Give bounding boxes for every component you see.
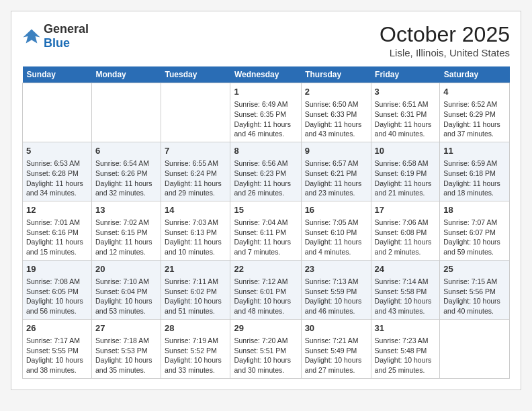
calendar-cell: 16Sunrise: 7:05 AM Sunset: 6:10 PM Dayli… [301,201,371,260]
location-text: Lisle, Illinois, United States [380,47,510,58]
day-number: 13 [95,204,157,216]
day-info: Sunrise: 7:13 AM Sunset: 5:59 PM Dayligh… [305,277,367,316]
weekday-header-monday: Monday [91,66,161,83]
day-info: Sunrise: 7:07 AM Sunset: 6:07 PM Dayligh… [443,218,506,257]
calendar-table: SundayMondayTuesdayWednesdayThursdayFrid… [22,66,510,379]
day-number: 4 [443,86,506,98]
calendar-week-row: 26Sunrise: 7:17 AM Sunset: 5:55 PM Dayli… [23,319,510,378]
day-info: Sunrise: 6:55 AM Sunset: 6:24 PM Dayligh… [165,158,226,198]
day-info: Sunrise: 6:50 AM Sunset: 6:33 PM Dayligh… [305,99,367,139]
day-info: Sunrise: 7:01 AM Sunset: 6:16 PM Dayligh… [26,218,88,257]
logo-bird-icon [22,27,41,46]
month-title: October 2025 [380,22,510,47]
day-info: Sunrise: 7:08 AM Sunset: 6:05 PM Dayligh… [26,277,88,316]
day-info: Sunrise: 7:10 AM Sunset: 6:04 PM Dayligh… [95,277,157,316]
day-number: 31 [375,322,437,334]
day-number: 26 [26,322,88,334]
day-info: Sunrise: 7:11 AM Sunset: 6:02 PM Dayligh… [165,277,226,316]
day-number: 18 [443,204,506,216]
day-number: 12 [26,204,88,216]
calendar-week-row: 12Sunrise: 7:01 AM Sunset: 6:16 PM Dayli… [23,201,510,260]
calendar-cell: 5Sunrise: 6:53 AM Sunset: 6:28 PM Daylig… [23,142,92,201]
day-number: 22 [234,263,297,275]
calendar-cell [23,83,92,142]
day-info: Sunrise: 7:04 AM Sunset: 6:11 PM Dayligh… [234,218,297,257]
day-info: Sunrise: 7:15 AM Sunset: 5:56 PM Dayligh… [443,277,506,316]
day-info: Sunrise: 7:17 AM Sunset: 5:55 PM Dayligh… [26,336,88,375]
day-info: Sunrise: 7:05 AM Sunset: 6:10 PM Dayligh… [305,218,367,257]
weekday-header-row: SundayMondayTuesdayWednesdayThursdayFrid… [23,66,510,83]
day-number: 20 [95,263,157,275]
calendar-header: General Blue October 2025 Lisle, Illinoi… [22,22,510,58]
day-number: 19 [26,263,88,275]
day-info: Sunrise: 7:23 AM Sunset: 5:48 PM Dayligh… [375,336,437,375]
day-info: Sunrise: 6:54 AM Sunset: 6:26 PM Dayligh… [95,158,157,198]
day-number: 5 [26,145,88,157]
day-number: 15 [234,204,297,216]
day-info: Sunrise: 7:21 AM Sunset: 5:49 PM Dayligh… [305,336,367,375]
calendar-cell: 14Sunrise: 7:03 AM Sunset: 6:13 PM Dayli… [161,201,230,260]
day-number: 30 [305,322,367,334]
day-info: Sunrise: 6:58 AM Sunset: 6:19 PM Dayligh… [375,158,437,198]
day-number: 16 [305,204,367,216]
weekday-header-sunday: Sunday [23,66,92,83]
weekday-header-friday: Friday [371,66,440,83]
day-number: 8 [234,145,297,157]
calendar-cell: 6Sunrise: 6:54 AM Sunset: 6:26 PM Daylig… [91,142,161,201]
weekday-header-wednesday: Wednesday [230,66,301,83]
calendar-container: General Blue October 2025 Lisle, Illinoi… [11,11,521,390]
calendar-cell: 30Sunrise: 7:21 AM Sunset: 5:49 PM Dayli… [301,319,371,378]
day-number: 11 [443,145,506,157]
day-number: 2 [305,86,367,98]
day-number: 29 [234,322,297,334]
day-info: Sunrise: 7:18 AM Sunset: 5:53 PM Dayligh… [95,336,157,375]
day-number: 7 [165,145,226,157]
calendar-cell: 7Sunrise: 6:55 AM Sunset: 6:24 PM Daylig… [161,142,230,201]
day-number: 27 [95,322,157,334]
calendar-cell: 21Sunrise: 7:11 AM Sunset: 6:02 PM Dayli… [161,260,230,319]
calendar-cell: 12Sunrise: 7:01 AM Sunset: 6:16 PM Dayli… [23,201,92,260]
svg-marker-0 [23,30,40,44]
day-number: 1 [234,86,297,98]
day-info: Sunrise: 7:06 AM Sunset: 6:08 PM Dayligh… [375,218,437,257]
calendar-cell: 10Sunrise: 6:58 AM Sunset: 6:19 PM Dayli… [371,142,440,201]
calendar-cell: 18Sunrise: 7:07 AM Sunset: 6:07 PM Dayli… [440,201,510,260]
calendar-cell: 23Sunrise: 7:13 AM Sunset: 5:59 PM Dayli… [301,260,371,319]
title-block: October 2025 Lisle, Illinois, United Sta… [380,22,510,58]
day-number: 14 [165,204,226,216]
calendar-cell: 2Sunrise: 6:50 AM Sunset: 6:33 PM Daylig… [301,83,371,142]
calendar-week-row: 5Sunrise: 6:53 AM Sunset: 6:28 PM Daylig… [23,142,510,201]
calendar-cell: 28Sunrise: 7:19 AM Sunset: 5:52 PM Dayli… [161,319,230,378]
day-info: Sunrise: 7:12 AM Sunset: 6:01 PM Dayligh… [234,277,297,316]
day-info: Sunrise: 7:19 AM Sunset: 5:52 PM Dayligh… [165,336,226,375]
calendar-cell: 31Sunrise: 7:23 AM Sunset: 5:48 PM Dayli… [371,319,440,378]
calendar-cell: 8Sunrise: 6:56 AM Sunset: 6:23 PM Daylig… [230,142,301,201]
weekday-header-tuesday: Tuesday [161,66,230,83]
calendar-cell: 13Sunrise: 7:02 AM Sunset: 6:15 PM Dayli… [91,201,161,260]
calendar-cell [161,83,230,142]
day-info: Sunrise: 6:56 AM Sunset: 6:23 PM Dayligh… [234,158,297,198]
calendar-cell: 9Sunrise: 6:57 AM Sunset: 6:21 PM Daylig… [301,142,371,201]
day-number: 25 [443,263,506,275]
day-info: Sunrise: 7:03 AM Sunset: 6:13 PM Dayligh… [165,218,226,257]
logo-general-text: General [44,22,89,36]
day-info: Sunrise: 6:57 AM Sunset: 6:21 PM Dayligh… [305,158,367,198]
day-number: 9 [305,145,367,157]
calendar-cell: 19Sunrise: 7:08 AM Sunset: 6:05 PM Dayli… [23,260,92,319]
calendar-cell: 15Sunrise: 7:04 AM Sunset: 6:11 PM Dayli… [230,201,301,260]
calendar-week-row: 1Sunrise: 6:49 AM Sunset: 6:35 PM Daylig… [23,83,510,142]
calendar-cell: 1Sunrise: 6:49 AM Sunset: 6:35 PM Daylig… [230,83,301,142]
day-number: 3 [375,86,437,98]
calendar-cell: 22Sunrise: 7:12 AM Sunset: 6:01 PM Dayli… [230,260,301,319]
calendar-cell: 26Sunrise: 7:17 AM Sunset: 5:55 PM Dayli… [23,319,92,378]
calendar-cell: 20Sunrise: 7:10 AM Sunset: 6:04 PM Dayli… [91,260,161,319]
day-number: 10 [375,145,437,157]
calendar-cell: 11Sunrise: 6:59 AM Sunset: 6:18 PM Dayli… [440,142,510,201]
calendar-cell: 4Sunrise: 6:52 AM Sunset: 6:29 PM Daylig… [440,83,510,142]
weekday-header-saturday: Saturday [440,66,510,83]
calendar-cell [91,83,161,142]
day-info: Sunrise: 7:20 AM Sunset: 5:51 PM Dayligh… [234,336,297,375]
logo: General Blue [22,22,89,50]
calendar-cell: 27Sunrise: 7:18 AM Sunset: 5:53 PM Dayli… [91,319,161,378]
day-info: Sunrise: 7:02 AM Sunset: 6:15 PM Dayligh… [95,218,157,257]
